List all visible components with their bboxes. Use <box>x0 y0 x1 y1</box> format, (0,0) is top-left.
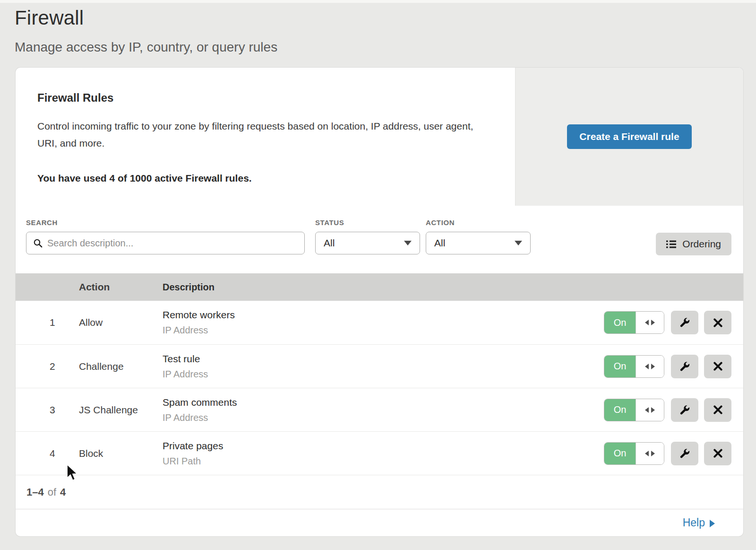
rule-enabled-toggle[interactable]: On <box>604 442 664 465</box>
rule-description: Private pages <box>163 440 535 452</box>
rule-description-cell: Test rule IP Address <box>163 353 535 380</box>
rule-field: URI Path <box>163 456 535 467</box>
chevron-down-icon <box>404 241 412 245</box>
pagination: 1–4 of 4 <box>16 475 743 509</box>
rule-action: Block <box>79 448 163 459</box>
status-select[interactable]: All <box>315 232 420 254</box>
ordering-button-label: Ordering <box>682 238 721 250</box>
table-row: 3 JS Challenge Spam comments IP Address … <box>16 388 743 431</box>
pagination-of: of <box>48 486 56 498</box>
rule-enabled-toggle[interactable]: On <box>604 311 664 334</box>
create-rule-panel: Create a Firewall rule <box>515 68 743 206</box>
toggle-on-label: On <box>604 356 636 377</box>
rule-field: IP Address <box>163 412 535 423</box>
status-filter-group: STATUS All <box>315 219 420 254</box>
edit-rule-button[interactable] <box>671 355 698 378</box>
edit-rule-button[interactable] <box>671 311 698 334</box>
close-icon <box>713 362 722 371</box>
toggle-on-label: On <box>604 399 636 421</box>
table-header: Action Description <box>16 273 743 301</box>
help-arrow-icon <box>710 520 715 527</box>
table-row: 4 Block Private pages URI Path On <box>16 431 743 475</box>
intro-section: Firewall Rules Control incoming traffic … <box>16 68 743 206</box>
rule-action: Challenge <box>79 361 163 372</box>
toggle-on-label: On <box>604 443 636 464</box>
filter-bar: SEARCH STATUS All ACTION All <box>16 206 743 273</box>
delete-rule-button[interactable] <box>704 355 731 378</box>
mouse-cursor <box>66 464 79 481</box>
search-icon <box>34 239 43 248</box>
action-label: ACTION <box>426 219 531 226</box>
section-description: Control incoming traffic to your zone by… <box>37 118 486 152</box>
rule-action: Allow <box>79 317 163 328</box>
search-filter-group: SEARCH <box>26 219 305 254</box>
chevron-down-icon <box>515 241 522 245</box>
card-footer: Help <box>16 509 743 536</box>
close-icon <box>713 449 722 458</box>
usage-summary: You have used 4 of 1000 active Firewall … <box>37 173 496 184</box>
toggle-arrows-icon <box>636 312 664 333</box>
rule-description: Remote workers <box>163 309 535 321</box>
rule-description-cell: Remote workers IP Address <box>163 309 535 336</box>
rule-priority: 4 <box>16 448 79 459</box>
status-selected-value: All <box>324 237 335 249</box>
wrench-icon <box>679 361 690 372</box>
search-label: SEARCH <box>26 219 305 226</box>
toggle-arrows-icon <box>636 443 664 464</box>
action-selected-value: All <box>434 237 445 249</box>
rule-enabled-toggle[interactable]: On <box>604 355 664 378</box>
rule-priority: 2 <box>16 361 79 372</box>
delete-rule-button[interactable] <box>704 398 731 422</box>
column-header-action: Action <box>79 281 163 293</box>
close-icon <box>713 318 722 327</box>
table-row: 1 Allow Remote workers IP Address On <box>16 301 743 344</box>
edit-rule-button[interactable] <box>671 442 698 465</box>
rules-table: 1 Allow Remote workers IP Address On <box>16 301 743 475</box>
help-link-label: Help <box>683 516 705 529</box>
search-field[interactable] <box>26 232 305 254</box>
pagination-range: 1–4 <box>26 486 44 498</box>
rule-priority: 3 <box>16 404 79 416</box>
rule-description-cell: Spam comments IP Address <box>163 397 535 423</box>
column-header-description: Description <box>163 282 535 293</box>
rule-priority: 1 <box>16 317 79 328</box>
rule-action: JS Challenge <box>79 404 163 416</box>
rule-field: IP Address <box>163 325 535 336</box>
toggle-arrows-icon <box>636 399 664 421</box>
rule-field: IP Address <box>163 369 535 380</box>
delete-rule-button[interactable] <box>704 442 731 465</box>
search-input[interactable] <box>43 232 304 254</box>
rule-controls: On <box>535 398 743 422</box>
rule-description: Spam comments <box>163 397 535 408</box>
rule-controls: On <box>535 355 743 378</box>
toggle-arrows-icon <box>636 356 664 377</box>
rule-enabled-toggle[interactable]: On <box>604 399 664 421</box>
page-subtitle: Manage access by IP, country, or query r… <box>15 40 756 55</box>
close-icon <box>713 405 722 414</box>
ordering-list-icon <box>666 240 676 248</box>
table-row: 2 Challenge Test rule IP Address On <box>16 344 743 388</box>
section-heading: Firewall Rules <box>37 91 496 105</box>
rule-controls: On <box>535 442 743 465</box>
delete-rule-button[interactable] <box>704 311 731 334</box>
create-firewall-rule-button[interactable]: Create a Firewall rule <box>567 124 691 149</box>
pagination-total: 4 <box>60 486 66 498</box>
action-filter-group: ACTION All <box>426 219 531 254</box>
wrench-icon <box>679 405 690 415</box>
wrench-icon <box>679 317 690 328</box>
page-title: Firewall <box>15 7 756 29</box>
intro-text-block: Firewall Rules Control incoming traffic … <box>16 68 515 206</box>
ordering-button[interactable]: Ordering <box>656 233 731 255</box>
status-label: STATUS <box>315 219 420 226</box>
wrench-icon <box>679 448 690 459</box>
toggle-on-label: On <box>604 312 636 333</box>
action-select[interactable]: All <box>426 232 531 254</box>
rule-description: Test rule <box>163 353 535 365</box>
rule-controls: On <box>535 311 743 334</box>
rule-description-cell: Private pages URI Path <box>163 440 535 467</box>
help-link[interactable]: Help <box>683 516 715 529</box>
page-header: Firewall Manage access by IP, country, o… <box>0 0 756 55</box>
edit-rule-button[interactable] <box>671 398 698 422</box>
firewall-rules-card: Firewall Rules Control incoming traffic … <box>16 68 743 536</box>
